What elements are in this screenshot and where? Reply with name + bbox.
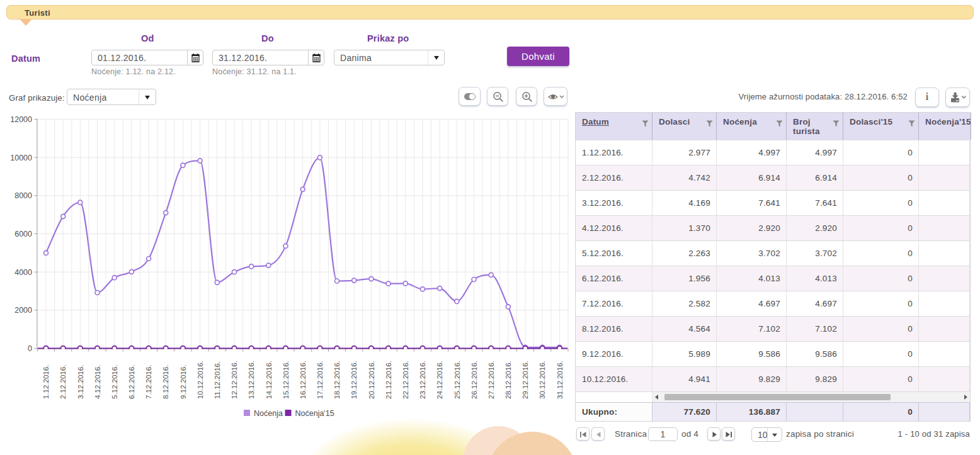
svg-text:6.12.2016.: 6.12.2016.: [128, 365, 135, 399]
svg-text:Noćenja: Noćenja: [254, 409, 283, 418]
svg-text:9.12.2016.: 9.12.2016.: [179, 365, 187, 399]
svg-text:15.12.2016.: 15.12.2016.: [282, 361, 290, 399]
svg-text:17.12.2016.: 17.12.2016.: [316, 361, 324, 399]
svg-text:10.12.2016.: 10.12.2016.: [197, 361, 204, 399]
svg-text:25.12.2016.: 25.12.2016.: [453, 361, 461, 399]
svg-text:14.12.2016.: 14.12.2016.: [265, 361, 273, 399]
svg-text:1.12.2016.: 1.12.2016.: [42, 365, 50, 399]
svg-text:11.12.2016.: 11.12.2016.: [214, 361, 221, 399]
svg-text:2.12.2016.: 2.12.2016.: [59, 365, 67, 399]
svg-text:Noćenja'15: Noćenja'15: [295, 409, 334, 418]
svg-text:30.12.2016.: 30.12.2016.: [538, 361, 546, 399]
svg-text:2000: 2000: [14, 306, 32, 315]
svg-text:27.12.2016.: 27.12.2016.: [487, 361, 495, 399]
svg-text:4000: 4000: [14, 268, 32, 277]
svg-text:29.12.2016.: 29.12.2016.: [521, 361, 529, 399]
svg-text:18.12.2016.: 18.12.2016.: [333, 361, 341, 399]
svg-text:12.12.2016.: 12.12.2016.: [231, 361, 238, 399]
svg-text:31.12.2016.: 31.12.2016.: [556, 361, 564, 399]
svg-text:23.12.2016.: 23.12.2016.: [419, 361, 426, 399]
svg-text:21.12.2016.: 21.12.2016.: [385, 361, 392, 399]
svg-text:28.12.2016.: 28.12.2016.: [504, 361, 512, 399]
svg-text:5.12.2016.: 5.12.2016.: [111, 365, 118, 399]
svg-text:12000: 12000: [10, 115, 32, 124]
svg-text:0: 0: [28, 344, 32, 353]
svg-text:3.12.2016.: 3.12.2016.: [77, 365, 84, 399]
svg-text:6000: 6000: [14, 230, 32, 239]
svg-text:24.12.2016.: 24.12.2016.: [436, 361, 443, 399]
svg-text:20.12.2016.: 20.12.2016.: [368, 361, 375, 399]
svg-text:16.12.2016.: 16.12.2016.: [299, 361, 307, 399]
svg-text:22.12.2016.: 22.12.2016.: [402, 361, 409, 399]
svg-text:7.12.2016.: 7.12.2016.: [145, 365, 152, 399]
svg-text:26.12.2016.: 26.12.2016.: [470, 361, 478, 399]
svg-text:8.12.2016.: 8.12.2016.: [162, 365, 169, 399]
svg-text:19.12.2016.: 19.12.2016.: [350, 361, 358, 399]
svg-text:13.12.2016.: 13.12.2016.: [248, 361, 255, 399]
svg-text:10000: 10000: [10, 154, 32, 162]
svg-text:4.12.2016.: 4.12.2016.: [94, 365, 101, 399]
svg-text:8000: 8000: [14, 191, 32, 200]
